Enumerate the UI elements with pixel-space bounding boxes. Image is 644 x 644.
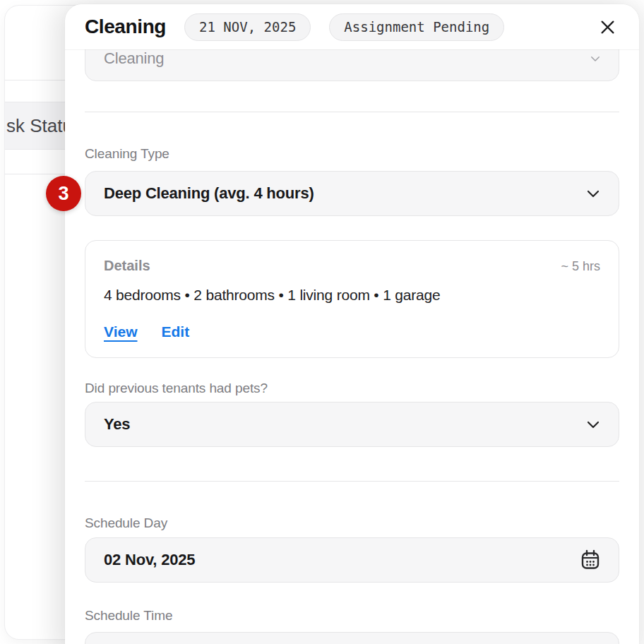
modal-content: Cleaning Cleaning Type Deep Cleaning (av… [65, 49, 639, 644]
modal-header: Cleaning 21 NOV, 2025 Assignment Pending [65, 4, 639, 49]
service-select[interactable]: Cleaning [85, 49, 619, 81]
details-card: Details ~ 5 hrs 4 bedrooms • 2 bathrooms… [85, 240, 619, 358]
status-badge: Assignment Pending [329, 13, 504, 41]
details-title: Details [104, 258, 150, 274]
details-duration: ~ 5 hrs [561, 259, 600, 274]
cleaning-type-select[interactable]: Deep Cleaning (avg. 4 hours) [85, 171, 619, 216]
view-link[interactable]: View [104, 323, 137, 340]
step-count-badge: 3 [46, 176, 81, 211]
pets-question-label: Did previous tenants had pets? [85, 381, 619, 396]
chevron-down-icon [585, 416, 602, 433]
date-badge: 21 NOV, 2025 [184, 13, 311, 41]
chevron-down-icon [589, 52, 602, 65]
edit-link[interactable]: Edit [161, 323, 189, 340]
task-status-label: sk Statu [5, 115, 73, 137]
cleaning-type-label: Cleaning Type [85, 146, 619, 162]
schedule-time-field[interactable] [85, 632, 619, 644]
schedule-day-label: Schedule Day [85, 515, 619, 531]
schedule-time-label: Schedule Time [85, 608, 619, 624]
pets-select[interactable]: Yes [85, 402, 619, 447]
service-select-value: Cleaning [104, 49, 164, 68]
schedule-day-value: 02 Nov, 2025 [104, 551, 195, 569]
calendar-icon [579, 549, 602, 571]
pets-select-value: Yes [104, 415, 130, 434]
close-x-icon [598, 18, 617, 37]
details-summary: 4 bedrooms • 2 bathrooms • 1 living room… [104, 287, 600, 304]
chevron-down-icon [585, 185, 602, 202]
details-links: View Edit [104, 323, 600, 340]
divider [85, 112, 619, 112]
close-button[interactable] [595, 15, 619, 39]
details-card-header: Details ~ 5 hrs [104, 258, 600, 274]
divider [85, 481, 619, 482]
schedule-day-field[interactable]: 02 Nov, 2025 [85, 537, 619, 583]
cleaning-task-modal: Cleaning 21 NOV, 2025 Assignment Pending… [65, 4, 639, 644]
cleaning-type-value: Deep Cleaning (avg. 4 hours) [104, 184, 314, 203]
modal-title: Cleaning [85, 16, 166, 38]
